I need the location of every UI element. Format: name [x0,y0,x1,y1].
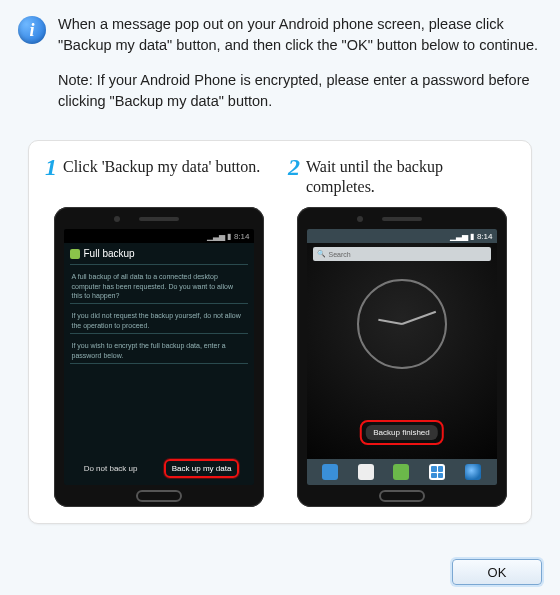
step-1-number: 1 [45,155,57,179]
android-icon [70,249,80,259]
divider [70,264,248,265]
phone-camera-dot [357,216,363,222]
step-2: 2 Wait until the backup completes. ▁▃▅ ▮… [288,155,515,507]
status-bar: ▁▃▅ ▮ 8:14 [307,229,497,243]
dialog-footer: OK [452,559,542,585]
phone-1-screen: ▁▃▅ ▮ 8:14 Full backup A full backup of … [64,229,254,485]
phone-home-button [136,490,182,502]
step-1-title: Click 'Backup my data' button. [63,155,260,177]
divider [70,363,248,364]
search-icon: 🔍 [317,250,326,258]
phone-camera-dot [114,216,120,222]
home-dock [307,459,497,485]
divider [70,303,248,304]
status-icons: ▁▃▅ ▮ [450,232,474,241]
info-icon: i [18,16,46,44]
search-placeholder: Search [329,251,351,258]
phone-speaker [139,217,179,221]
step-2-number: 2 [288,155,300,179]
apps-grid-icon [429,464,445,480]
instruction-paragraph-2: Note: If your Android Phone is encrypted… [58,70,542,112]
analog-clock-widget [357,279,447,369]
back-up-my-data-button-highlight: Back up my data [164,459,240,478]
messages-app-icon [393,464,409,480]
dialog-body: i When a message pop out on your Android… [0,0,560,524]
signal-icon: ▁▃▅ [450,232,468,241]
backup-text-a: A full backup of all data to a connected… [64,269,254,303]
status-icons: ▁▃▅ ▮ [207,232,231,241]
phone-mock-1: ▁▃▅ ▮ 8:14 Full backup A full backup of … [54,207,264,507]
full-backup-heading: Full backup [64,243,254,264]
contacts-app-icon [358,464,374,480]
step-1-head: 1 Click 'Backup my data' button. [45,155,272,199]
backup-finished-highlight: Backup finished [359,420,443,445]
instruction-paragraph-1: When a message pop out on your Android p… [58,14,542,56]
phone-mock-2: ▁▃▅ ▮ 8:14 🔍 Search Backup finis [297,207,507,507]
backup-text-c: If you wish to encrypt the full backup d… [64,338,254,363]
step-2-head: 2 Wait until the backup completes. [288,155,515,199]
search-bar: 🔍 Search [313,247,491,261]
signal-icon: ▁▃▅ [207,232,225,241]
header-row: i When a message pop out on your Android… [18,14,542,126]
instruction-text: When a message pop out on your Android p… [58,14,542,126]
info-icon-wrap: i [18,14,46,44]
steps-card: 1 Click 'Backup my data' button. ▁▃▅ ▮ 8… [28,140,532,524]
backup-text-b: If you did not request the backup yourse… [64,308,254,333]
full-backup-title: Full backup [84,248,135,259]
backup-finished-toast: Backup finished [365,425,437,440]
status-time: 8:14 [234,232,250,241]
clock-hour-hand [378,319,402,325]
step-1: 1 Click 'Backup my data' button. ▁▃▅ ▮ 8… [45,155,272,507]
ok-button[interactable]: OK [452,559,542,585]
clock-minute-hand [401,311,436,325]
backup-buttons-row: Do not back up Back up my data [64,455,254,485]
phone-2-screen: ▁▃▅ ▮ 8:14 🔍 Search Backup finis [307,229,497,485]
phone-app-icon [322,464,338,480]
phone-speaker [382,217,422,221]
status-bar: ▁▃▅ ▮ 8:14 [64,229,254,243]
step-2-title: Wait until the backup completes. [306,155,515,197]
divider [70,333,248,334]
battery-icon: ▮ [470,232,474,241]
browser-app-icon [465,464,481,480]
phone-home-button [379,490,425,502]
battery-icon: ▮ [227,232,231,241]
do-not-back-up-button: Do not back up [78,460,144,477]
status-time: 8:14 [477,232,493,241]
